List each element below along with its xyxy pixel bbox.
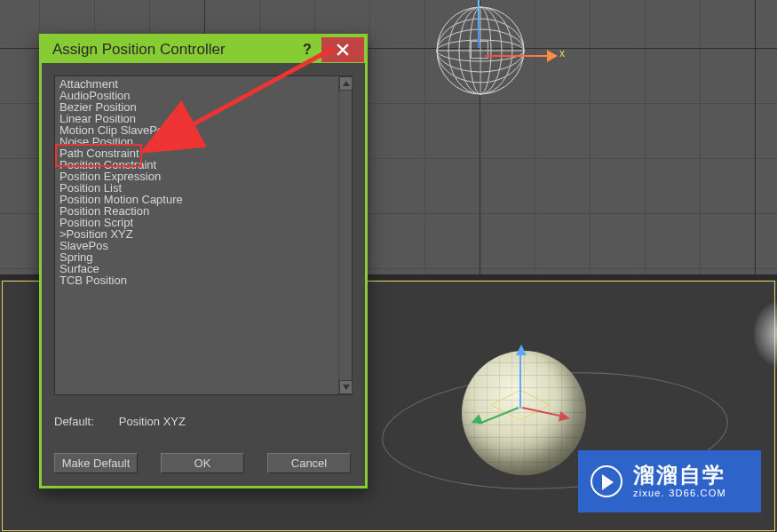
controller-list-item[interactable]: TCB Position: [59, 274, 338, 286]
help-button[interactable]: ?: [293, 37, 321, 62]
watermark-title: 溜溜自学: [633, 465, 726, 486]
scroll-up-button[interactable]: [339, 76, 353, 91]
close-button[interactable]: [321, 37, 364, 62]
controller-listbox[interactable]: AttachmentAudioPositionBezier PositionLi…: [54, 75, 353, 395]
controller-list-item[interactable]: Spring: [59, 251, 338, 263]
make-default-button[interactable]: Make Default: [54, 453, 138, 473]
chevron-up-icon: [343, 81, 350, 86]
dialog-titlebar[interactable]: Assign Position Controller ?: [42, 36, 365, 63]
dialog-title: Assign Position Controller: [52, 41, 226, 59]
controller-list-item[interactable]: SlavePos: [59, 240, 338, 251]
play-icon: [591, 465, 622, 497]
watermark-url: zixue. 3D66.COM: [633, 488, 726, 498]
close-icon: [337, 44, 349, 56]
default-label: Default:: [54, 415, 94, 428]
help-icon: ?: [303, 42, 312, 58]
ok-button[interactable]: OK: [161, 453, 244, 473]
assign-position-controller-dialog: Assign Position Controller ? AttachmentA…: [39, 34, 368, 488]
cancel-button[interactable]: Cancel: [267, 453, 351, 473]
default-value: Position XYZ: [119, 415, 186, 428]
chevron-down-icon: [343, 385, 350, 390]
default-line: Default: Position XYZ: [54, 415, 353, 428]
shaded-sphere[interactable]: [462, 351, 586, 475]
listbox-scrollbar[interactable]: [338, 76, 352, 394]
watermark-banner: 溜溜自学 zixue. 3D66.COM: [578, 450, 761, 512]
scroll-down-button[interactable]: [339, 380, 353, 394]
